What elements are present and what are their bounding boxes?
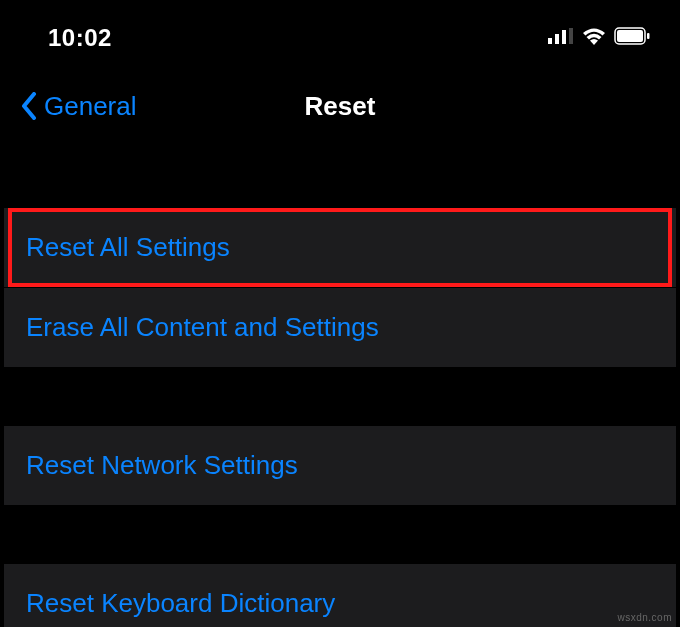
back-button[interactable]: General — [20, 91, 137, 122]
reset-keyboard-dictionary-item[interactable]: Reset Keyboard Dictionary — [4, 564, 676, 627]
list-item-label: Reset Network Settings — [26, 450, 298, 480]
list-item-label: Reset All Settings — [26, 232, 230, 262]
svg-rect-0 — [548, 38, 552, 44]
reset-network-settings-item[interactable]: Reset Network Settings — [4, 426, 676, 506]
svg-rect-1 — [555, 34, 559, 44]
battery-icon — [614, 27, 650, 49]
back-label: General — [44, 91, 137, 122]
svg-rect-3 — [569, 28, 573, 44]
svg-rect-6 — [647, 33, 650, 39]
erase-all-content-item[interactable]: Erase All Content and Settings — [4, 288, 676, 368]
page-title: Reset — [305, 91, 376, 122]
watermark: wsxdn.com — [617, 612, 672, 623]
chevron-left-icon — [20, 92, 38, 120]
status-bar: 10:02 — [4, 4, 676, 64]
svg-rect-5 — [617, 30, 643, 42]
wifi-icon — [582, 27, 606, 49]
list-item-label: Reset Keyboard Dictionary — [26, 588, 335, 618]
spacer — [4, 368, 676, 426]
spacer — [4, 154, 676, 208]
reset-group-1: Reset All Settings Erase All Content and… — [4, 208, 676, 368]
reset-all-settings-item[interactable]: Reset All Settings — [4, 208, 676, 288]
reset-group-3: Reset Keyboard Dictionary — [4, 564, 676, 627]
nav-header: General Reset — [4, 64, 676, 154]
spacer — [4, 506, 676, 564]
svg-rect-2 — [562, 30, 566, 44]
status-time: 10:02 — [48, 24, 112, 52]
status-icons — [548, 27, 650, 49]
reset-group-2: Reset Network Settings — [4, 426, 676, 506]
list-item-label: Erase All Content and Settings — [26, 312, 379, 342]
cellular-signal-icon — [548, 28, 574, 48]
